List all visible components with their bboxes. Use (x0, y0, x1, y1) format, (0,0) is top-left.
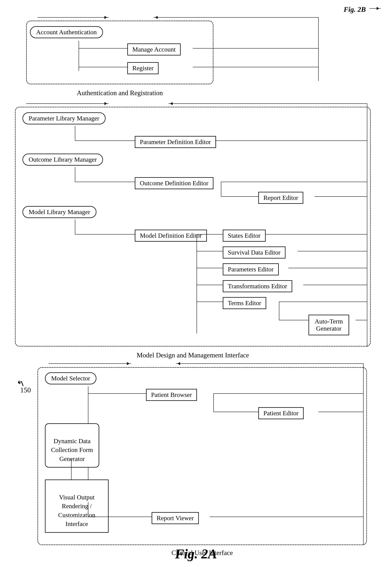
outcome-def-box: Outcome Definition Editor (135, 177, 213, 189)
model-design-label: Model Design and Management Interface (15, 351, 371, 359)
param-lib-box: Parameter Library Manager (22, 112, 106, 124)
clinical-arrow-left (176, 363, 255, 364)
patient-browser-box: Patient Browser (146, 389, 197, 401)
outcome-lib-vert (75, 167, 75, 182)
params-ed-label: Parameters Editor (223, 263, 279, 275)
auth-h-ext-manage (193, 48, 318, 48)
auth-left-vert (79, 41, 79, 71)
autoterm-ext (356, 320, 367, 320)
transform-ed-label: Transformations Editor (223, 280, 292, 292)
autoterm-label: Auto-Term Generator (308, 315, 349, 335)
param-lib-horiz (75, 141, 135, 141)
transform-ed-box: Transformations Editor (223, 280, 292, 292)
auth-arrow-left (154, 17, 210, 18)
model-def-label: Model Definition Editor (135, 230, 207, 242)
outcome-def-ext (221, 182, 367, 182)
transform-h (196, 285, 223, 285)
report-ed-ext (314, 196, 367, 197)
account-auth-label: Account Authentication (30, 26, 103, 38)
states-h1 (196, 234, 223, 234)
patient-ed-horiz (213, 412, 258, 412)
clinical-h-patient-browser (88, 393, 146, 394)
survival-h (196, 251, 223, 251)
param-def-ext (215, 141, 367, 141)
survival-ed-label: Survival Data Editor (223, 247, 285, 259)
report-ed-horiz (221, 196, 258, 197)
visual-output-label: Visual Output Rendering / Customization … (58, 494, 95, 527)
report-ed-label: Report Editor (258, 192, 303, 204)
states-ed-box: States Editor (223, 230, 266, 242)
fig-2a-label: Fig. 2A (175, 546, 217, 562)
auth-arrow-right (37, 17, 109, 18)
autoterm-vert (279, 302, 279, 320)
model-sub-vert (196, 234, 197, 334)
fig-2b-arrow (370, 8, 381, 9)
patient-browser-label: Patient Browser (146, 389, 197, 401)
report-viewer-label: Report Viewer (152, 512, 199, 524)
patient-ed-vert (213, 393, 214, 412)
param-def-box: Parameter Definition Editor (135, 136, 216, 148)
clinical-top-ext (255, 363, 363, 364)
manage-account-box: Manage Account (127, 44, 181, 56)
params-h (196, 268, 223, 268)
model-lib-horiz (75, 234, 135, 234)
auth-right-vert (318, 17, 319, 81)
model-lib-label: Model Library Manager (22, 206, 97, 218)
report-ed-vert (221, 182, 221, 197)
auth-h-line-manage (79, 48, 127, 48)
account-auth-box: Account Authentication (30, 26, 103, 38)
patient-ed-label: Patient Editor (258, 407, 304, 419)
clinical-right-vert (363, 363, 364, 545)
auth-h-line-register (79, 67, 127, 67)
terms-ed-label: Terms Editor (223, 297, 266, 309)
model-top-line-ext (243, 103, 367, 104)
terms-ext (279, 302, 367, 302)
clinical-arrow-right (49, 363, 131, 364)
model-arrow-left (168, 103, 243, 104)
page: Fig. 2B Account Authentication Manage Ac… (0, 0, 392, 567)
report-ed-box: Report Editor (258, 192, 303, 204)
outcome-lib-label: Outcome Library Manager (22, 154, 103, 166)
outcome-def-label: Outcome Definition Editor (135, 177, 213, 189)
model-lib-box: Model Library Manager (22, 206, 97, 218)
survival-ext (298, 251, 367, 251)
model-sel-label: Model Selector (45, 372, 97, 384)
report-viewer-box: Report Viewer (152, 512, 199, 524)
patient-ed-ext (318, 412, 363, 412)
visual-output-box: Visual Output Rendering / Customization … (45, 480, 109, 533)
terms-ed-box: Terms Editor (223, 297, 266, 309)
param-lib-label: Parameter Library Manager (22, 112, 106, 124)
terms-h (196, 302, 223, 302)
register-label: Register (127, 62, 159, 74)
transform-ext (303, 285, 367, 285)
visual-to-report-vert (88, 502, 88, 517)
params-ed-box: Parameters Editor (223, 263, 279, 275)
ddcfg-label: Dynamic Data Collection Form Generator (51, 437, 93, 462)
ddcfg-to-visual-vert (71, 459, 71, 480)
param-def-label: Parameter Definition Editor (135, 136, 216, 148)
register-box: Register (127, 62, 159, 74)
auth-top-line-ext (210, 17, 318, 18)
model-right-vert (367, 103, 367, 347)
model-lib-vert (75, 219, 75, 234)
autoterm-box: Auto-Term Generator (308, 315, 349, 335)
states-ed-label: States Editor (223, 230, 266, 242)
param-lib-vert (75, 126, 75, 141)
report-viewer-ext (210, 517, 363, 517)
params-ext (288, 268, 367, 268)
outcome-lib-box: Outcome Library Manager (22, 154, 103, 166)
patient-browser-ext (213, 393, 363, 394)
manage-account-label: Manage Account (127, 44, 181, 56)
model-arrow-right (26, 103, 109, 104)
autoterm-horiz (279, 320, 309, 320)
patient-ed-box: Patient Editor (258, 407, 304, 419)
model-def-box: Model Definition Editor (135, 230, 207, 242)
fig-2b-label: Fig. 2B (344, 5, 366, 14)
auth-h-ext-register (193, 67, 318, 67)
survival-ed-box: Survival Data Editor (223, 247, 285, 259)
auth-section-label: Authentication and Registration (26, 89, 213, 97)
states-ext (279, 234, 367, 234)
outcome-lib-horiz (75, 182, 135, 182)
visual-to-report-horiz (88, 517, 152, 517)
ddcfg-box: Dynamic Data Collection Form Generator (45, 423, 99, 467)
